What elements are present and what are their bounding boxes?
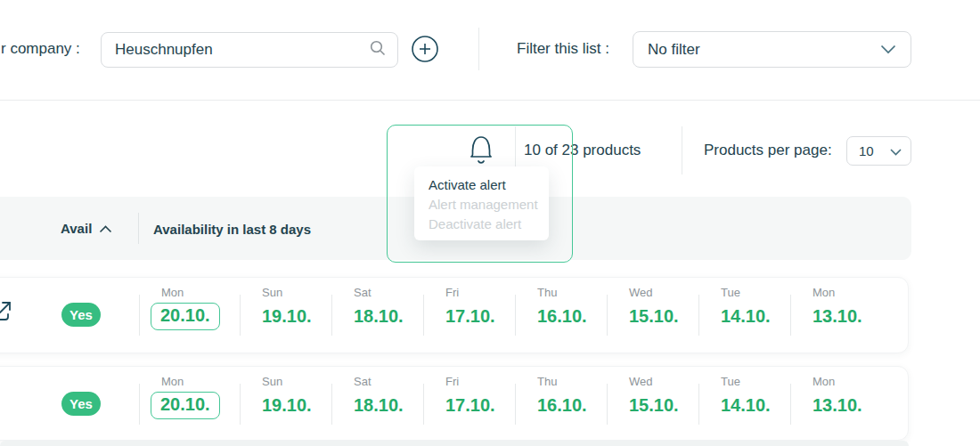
day-label: Wed (629, 286, 698, 299)
menu-item-deactivate-alert[interactable]: Deactivate alert (429, 215, 549, 234)
day-label: Mon (161, 286, 240, 299)
products-per-page-select[interactable]: 10 (846, 136, 911, 166)
availability-status-badge: Yes (61, 303, 101, 327)
day-label: Sat (354, 375, 423, 388)
availability-dates: Mon 20.10. Sun 19.10. Sat 18.10. Fri 17.… (139, 278, 882, 353)
date-value[interactable]: 15.10. (629, 306, 679, 326)
date-value[interactable]: 14.10. (721, 306, 771, 326)
date-value[interactable]: 18.10. (354, 306, 404, 326)
column-header-avail[interactable]: Avail (61, 221, 112, 236)
products-per-page-value: 10 (859, 143, 874, 158)
avail-header-label: Avail (61, 221, 92, 236)
date-column: Tue 14.10. (698, 278, 790, 353)
date-value[interactable]: 13.10. (813, 306, 862, 326)
alerts-button[interactable] (465, 132, 497, 167)
date-column: Wed 15.10. (607, 278, 698, 353)
day-label: Thu (537, 375, 607, 388)
search-icon[interactable] (369, 39, 387, 61)
date-column: Wed 15.10. (607, 367, 698, 440)
add-company-button[interactable] (411, 35, 439, 63)
date-value[interactable]: 17.10. (445, 395, 495, 415)
chevron-down-icon (890, 143, 902, 159)
day-label: Mon (813, 375, 882, 388)
date-value[interactable]: 20.10. (151, 303, 220, 330)
company-filter-label: r company : (1, 40, 80, 58)
date-column: Mon 13.10. (790, 278, 882, 353)
external-link-icon (0, 313, 13, 327)
list-filter-select[interactable]: No filter (633, 31, 911, 68)
menu-item-alert-management[interactable]: Alert management (429, 195, 549, 215)
day-label: Thu (537, 286, 607, 299)
date-column: Fri 17.10. (423, 278, 515, 353)
header-divider (138, 213, 139, 244)
toolbar-divider (682, 126, 682, 174)
date-column: Sat 18.10. (331, 278, 423, 353)
list-filter-label: Filter this list : (517, 40, 609, 58)
date-value[interactable]: 20.10. (151, 392, 220, 419)
date-column: Mon 20.10. (139, 278, 240, 353)
date-column: Thu 16.10. (515, 278, 607, 353)
next-row-edge (0, 441, 909, 446)
day-label: Mon (813, 286, 882, 299)
date-column: Mon 20.10. (139, 367, 240, 440)
day-label: Fri (445, 375, 515, 388)
date-value[interactable]: 19.10. (262, 306, 312, 326)
day-label: Sat (354, 286, 423, 299)
date-value[interactable]: 15.10. (629, 395, 679, 415)
date-value[interactable]: 16.10. (537, 306, 587, 326)
date-value[interactable]: 19.10. (262, 395, 312, 415)
availability-page: r company : Filter this list : No filter (0, 0, 980, 446)
date-value[interactable]: 17.10. (445, 306, 495, 326)
date-column: Tue 14.10. (698, 367, 790, 440)
availability-dates: Mon 20.10. Sun 19.10. Sat 18.10. Fri 17.… (139, 367, 882, 440)
company-search-box[interactable] (101, 32, 398, 68)
date-column: Mon 13.10. (790, 367, 882, 440)
open-product-button[interactable] (0, 299, 13, 324)
table-row: Yes Mon 20.10. Sun 19.10. Sat 18.10. Fri… (0, 277, 909, 353)
topbar-divider (478, 28, 479, 70)
list-filter-value: No filter (648, 41, 700, 59)
day-label: Mon (161, 375, 240, 388)
day-label: Sun (262, 286, 331, 299)
company-search-input[interactable] (115, 41, 369, 59)
chevron-up-icon (99, 221, 112, 236)
date-value[interactable]: 18.10. (354, 395, 404, 415)
topbar-rule (0, 100, 980, 101)
table-row: Yes Mon 20.10. Sun 19.10. Sat 18.10. Fri… (0, 366, 909, 441)
day-label: Fri (445, 286, 515, 299)
products-per-page-label: Products per page: (704, 142, 832, 159)
date-value[interactable]: 13.10. (813, 395, 862, 415)
chevron-down-icon (880, 42, 896, 58)
date-column: Thu 16.10. (515, 367, 607, 440)
plus-circle-icon (411, 53, 439, 66)
date-column: Sun 19.10. (240, 278, 331, 353)
day-label: Wed (629, 375, 698, 388)
day-label: Sun (262, 375, 331, 388)
column-header-availability: Availability in last 8 days (153, 222, 311, 237)
availability-status-badge: Yes (61, 392, 101, 416)
date-column: Sat 18.10. (331, 367, 423, 440)
day-label: Tue (721, 375, 790, 388)
alert-dropdown-menu: Activate alert Alert management Deactiva… (414, 166, 549, 240)
menu-item-activate-alert[interactable]: Activate alert (429, 175, 549, 195)
date-column: Sun 19.10. (240, 367, 331, 440)
day-label: Tue (721, 286, 790, 299)
date-value[interactable]: 16.10. (537, 395, 587, 415)
date-value[interactable]: 14.10. (721, 395, 771, 415)
date-column: Fri 17.10. (423, 367, 515, 440)
